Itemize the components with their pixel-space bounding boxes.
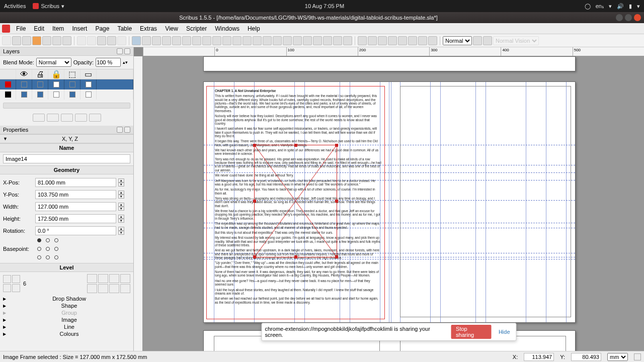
toggle-cms[interactable] — [473, 36, 482, 45]
tool-pdf-btn4[interactable] — [388, 36, 397, 45]
battery-icon[interactable]: ▮ — [629, 3, 632, 10]
menu-insert[interactable]: Insert — [68, 25, 91, 32]
layer-remove-button[interactable] — [47, 114, 59, 122]
layers-scrollbar[interactable] — [3, 103, 130, 109]
tool-unlink-frames[interactable] — [313, 36, 322, 45]
tool-edit-contents[interactable] — [283, 36, 292, 45]
tool-pdf-btn6[interactable] — [408, 36, 417, 45]
tool-measure[interactable] — [323, 36, 332, 45]
tool-bezier[interactable] — [232, 36, 242, 45]
layers-close-button[interactable] — [124, 48, 130, 54]
tool-freehand[interactable] — [243, 36, 252, 45]
tool-copy[interactable] — [107, 36, 116, 45]
tool-open[interactable] — [12, 36, 21, 45]
name-input[interactable] — [3, 154, 130, 163]
group-btn[interactable] — [87, 284, 97, 293]
ungroup-btn[interactable] — [98, 284, 108, 293]
width-up[interactable]: ▴ — [118, 203, 124, 207]
section-image[interactable]: ▶Image — [0, 316, 133, 323]
unit-select[interactable]: mm — [607, 353, 628, 361]
tool-undo[interactable] — [77, 36, 86, 45]
stop-sharing-button[interactable]: Stop sharing — [451, 325, 492, 339]
page-spread[interactable]: CHAPTER 1. A Not Unnatural EnterpriseThi… — [203, 81, 576, 323]
tool-shape[interactable] — [182, 36, 191, 45]
noprint-btn[interactable] — [109, 284, 119, 293]
layer-row-0[interactable] — [0, 79, 133, 89]
menu-item[interactable]: Item — [48, 25, 68, 32]
level-top[interactable] — [3, 275, 11, 283]
tool-arc[interactable] — [192, 36, 201, 45]
section-shape[interactable]: ▶Shape — [0, 302, 133, 309]
tool-pdf-btn3[interactable] — [378, 36, 387, 45]
hide-sharing-button[interactable]: Hide — [496, 328, 513, 336]
xpos-up[interactable]: ▴ — [118, 178, 124, 183]
menu-extras[interactable]: Extras — [136, 25, 161, 32]
preview-mode-select[interactable]: Normal — [443, 36, 472, 45]
tool-new[interactable] — [2, 36, 11, 45]
tool-pdf-btn8[interactable] — [428, 36, 437, 45]
tool-pdf-btn7[interactable] — [418, 36, 427, 45]
tool-print[interactable] — [42, 36, 51, 45]
layers-shade-button[interactable] — [117, 48, 123, 54]
layer-row-1[interactable] — [0, 89, 133, 100]
clock[interactable]: 10 Aug 7:05 PM — [64, 3, 585, 9]
tool-pdf-btn1[interactable] — [358, 36, 367, 45]
xpos-input[interactable] — [35, 178, 116, 187]
width-down[interactable]: ▾ — [118, 207, 124, 211]
menu-help[interactable]: Help — [244, 25, 264, 32]
tool-pdf[interactable] — [62, 36, 71, 45]
tool-polygon[interactable] — [202, 36, 211, 45]
tool-rotate[interactable] — [263, 36, 272, 45]
layer-down-button[interactable] — [89, 114, 101, 122]
toggle-preview[interactable] — [483, 36, 492, 45]
ypos-up[interactable]: ▴ — [118, 191, 124, 195]
menu-view[interactable]: View — [161, 25, 182, 32]
rot-up[interactable]: ▴ — [118, 227, 124, 231]
width-input[interactable] — [35, 202, 116, 211]
lang-indicator[interactable]: en₁ — [596, 3, 604, 10]
app-menu[interactable]: Scribus ▾ — [33, 3, 64, 10]
tool-story-editor[interactable] — [293, 36, 302, 45]
tool-zoom[interactable] — [273, 36, 282, 45]
section-colours[interactable]: ▶Colours — [0, 330, 133, 337]
menu-scripter[interactable]: Scripter — [182, 25, 211, 32]
tool-link-frames[interactable] — [303, 36, 312, 45]
level-down[interactable] — [3, 284, 11, 292]
tool-select[interactable] — [132, 36, 141, 45]
menu-page[interactable]: Page — [91, 25, 113, 32]
lock-btn[interactable] — [109, 274, 119, 283]
tool-pdf-btn5[interactable] — [398, 36, 407, 45]
props-close-button[interactable] — [124, 127, 130, 133]
tool-close[interactable] — [32, 36, 41, 45]
status-extra-icon[interactable] — [634, 353, 641, 360]
selected-image-frame[interactable] — [254, 145, 337, 257]
tool-copy-props[interactable] — [333, 36, 342, 45]
tool-spiral[interactable] — [212, 36, 221, 45]
section-xyz[interactable]: ▼X, Y, Z — [0, 134, 133, 143]
section-dropshadow[interactable]: ▶Drop Shadow — [0, 295, 133, 302]
menu-edit[interactable]: Edit — [30, 25, 48, 32]
xpos-down[interactable]: ▾ — [118, 183, 124, 187]
a11y-icon[interactable]: ◯ — [585, 3, 591, 10]
tool-line[interactable] — [222, 36, 231, 45]
lock-size-btn[interactable] — [120, 274, 130, 283]
volume-icon[interactable]: 🔊 — [617, 3, 624, 10]
layer-dup-button[interactable] — [61, 114, 73, 122]
tool-preflight[interactable] — [52, 36, 61, 45]
flip-v[interactable] — [98, 274, 108, 283]
menu-file[interactable]: File — [12, 25, 30, 32]
level-bottom[interactable] — [12, 284, 20, 292]
props-shade-button[interactable] — [117, 127, 123, 133]
ypos-down[interactable]: ▾ — [118, 195, 124, 199]
rotation-input[interactable] — [35, 226, 116, 235]
rot-down[interactable]: ▾ — [118, 231, 124, 235]
height-down[interactable]: ▾ — [118, 219, 124, 223]
tool-render-frame[interactable] — [162, 36, 171, 45]
level-up[interactable] — [12, 275, 20, 283]
layer-up-button[interactable] — [75, 114, 87, 122]
window-minimize-button[interactable] — [616, 14, 623, 21]
tool-cut[interactable] — [97, 36, 106, 45]
activities-button[interactable]: Activities — [4, 3, 26, 9]
horizontal-ruler[interactable]: 0100200300400500 — [143, 47, 644, 56]
menu-table[interactable]: Table — [113, 25, 136, 32]
